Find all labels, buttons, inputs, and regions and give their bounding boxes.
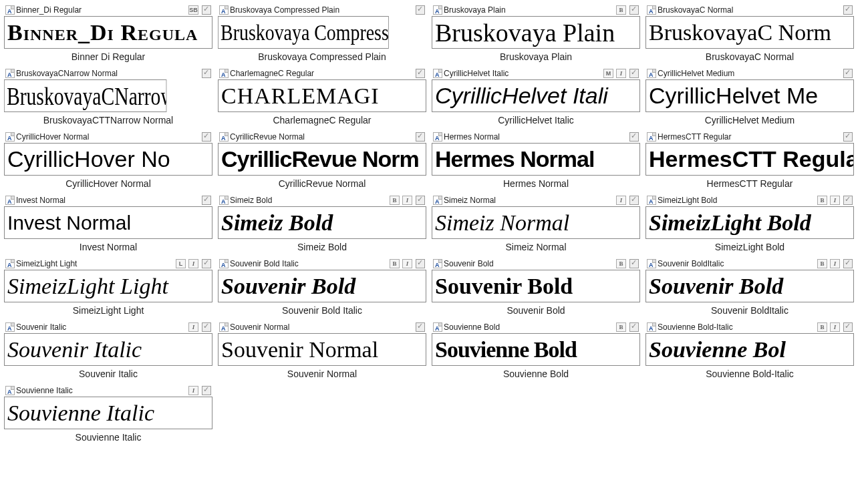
font-checkbox[interactable] (629, 5, 639, 15)
font-title: Souvienne Bold-Italic (658, 322, 815, 332)
font-caption: Souvenir Bold (432, 302, 640, 316)
font-preview[interactable]: BruskovayaC Norm (645, 16, 854, 49)
font-preview[interactable]: Souvienne Bol (645, 333, 854, 366)
font-preview[interactable]: Souvenir Normal (218, 333, 426, 366)
font-preview[interactable]: Simeiz Normal (432, 206, 640, 239)
font-checkbox[interactable] (202, 5, 211, 15)
font-cell[interactable]: Souvenir ItalicISouvenir ItalicSouvenir … (4, 321, 212, 379)
font-cell[interactable]: Bruskovaya PlainBBruskovaya PlainBruskov… (432, 4, 640, 62)
font-preview[interactable]: Invest Normal (4, 206, 212, 239)
font-checkbox[interactable] (843, 259, 853, 268)
font-caption: BruskovayaC Normal (645, 49, 854, 62)
font-checkbox[interactable] (843, 69, 853, 78)
font-cell[interactable]: Souvenir Bold ItalicBISouvenir BoldSouve… (218, 258, 426, 316)
font-cell[interactable]: Simeiz BoldBISimeiz BoldSimeiz Bold (218, 194, 426, 252)
font-header-row: Souvienne BoldB (432, 321, 640, 333)
font-caption: Souvienne Bold-Italic (645, 366, 854, 379)
font-title: BruskovayaC Normal (658, 5, 840, 15)
font-header-row: Simeiz BoldBI (218, 194, 426, 206)
font-preview[interactable]: CHARLEMAGI (218, 79, 426, 112)
font-preview[interactable]: HermesCTT Regular (645, 143, 854, 176)
font-preview[interactable]: BruskovayaCNarrow Norma (4, 79, 166, 112)
font-cell[interactable]: Hermes NormalHermes NormalHermes Normal (432, 131, 640, 189)
font-checkbox[interactable] (629, 322, 639, 332)
font-header-row: BruskovayaCNarrow Normal (4, 67, 212, 79)
font-cell[interactable]: Souvenir NormalSouvenir NormalSouvenir N… (218, 321, 426, 379)
font-title: CyrillicHelvet Italic (444, 69, 601, 78)
font-preview[interactable]: CyrillicHover No (4, 143, 212, 176)
font-file-icon (433, 5, 442, 15)
style-badge: SB (188, 5, 198, 15)
font-checkbox[interactable] (629, 259, 639, 268)
font-checkbox[interactable] (843, 322, 853, 332)
style-badge: B (616, 259, 626, 268)
font-checkbox[interactable] (202, 69, 211, 78)
font-file-icon (433, 69, 442, 78)
font-preview[interactable]: CyrillicHelvet Me (645, 79, 854, 112)
font-checkbox[interactable] (416, 196, 425, 205)
font-cell[interactable]: CyrillicHelvet MediumCyrillicHelvet MeCy… (645, 67, 854, 126)
font-checkbox[interactable] (416, 322, 425, 332)
font-cell[interactable]: BruskovayaC NormalBruskovayaC NormBrusko… (645, 4, 854, 62)
font-cell[interactable]: BruskovayaCNarrow NormalBruskovayaCNarro… (4, 67, 212, 126)
font-checkbox[interactable] (416, 132, 425, 142)
font-preview[interactable]: Souvenir Bold (645, 270, 854, 302)
font-preview[interactable]: Souvenir Italic (4, 333, 212, 366)
font-cell[interactable]: CharlemagneC RegularCHARLEMAGICharlemagn… (218, 67, 426, 126)
font-cell[interactable]: Souvienne ItalicISouvienne ItalicSouvien… (4, 385, 212, 443)
font-file-icon (433, 322, 442, 332)
font-header-row: Binner_Di RegularSB (4, 4, 212, 16)
font-cell[interactable]: Invest NormalInvest NormalInvest Normal (4, 194, 212, 252)
font-cell[interactable]: Souvenir BoldItalicBISouvenir BoldSouven… (645, 258, 854, 316)
font-file-icon (219, 259, 229, 268)
font-cell[interactable]: CyrillicHelvet ItalicMICyrillicHelvet It… (432, 67, 640, 126)
font-header-row: Souvenir BoldB (432, 258, 640, 270)
font-checkbox[interactable] (202, 259, 211, 268)
font-file-icon (5, 386, 15, 395)
font-cell[interactable]: Souvienne BoldBSouvienne BoldSouvienne B… (432, 321, 640, 379)
font-cell[interactable]: SimeizLight BoldBISimeizLight BoldSimeiz… (645, 194, 854, 252)
style-badge: B (616, 5, 626, 15)
font-cell[interactable]: CyrillicRevue NormalCyrillicRevue NormCy… (218, 131, 426, 189)
font-file-icon (433, 132, 442, 142)
font-cell[interactable]: Bruskovaya Compressed PlainBruskovaya Co… (218, 4, 426, 62)
font-preview[interactable]: Bruskovaya Plain (432, 16, 640, 49)
font-preview[interactable]: Simeiz Bold (218, 206, 426, 239)
font-cell[interactable]: Souvenir BoldBSouvenir BoldSouvenir Bold (432, 258, 640, 316)
font-file-icon (5, 259, 15, 268)
font-checkbox[interactable] (843, 5, 853, 15)
font-preview[interactable]: SimeizLight Bold (645, 206, 854, 239)
font-preview[interactable]: Bruskovaya Compressed Pla (218, 16, 389, 49)
font-preview[interactable]: CyrillicHelvet Itali (432, 79, 640, 112)
font-preview[interactable]: Souvenir Bold (432, 270, 640, 302)
font-cell[interactable]: Souvienne Bold-ItalicBISouvienne BolSouv… (645, 321, 854, 379)
font-checkbox[interactable] (843, 132, 853, 142)
font-checkbox[interactable] (629, 69, 639, 78)
font-checkbox[interactable] (202, 322, 211, 332)
font-file-icon (5, 322, 15, 332)
font-cell[interactable]: CyrillicHover NormalCyrillicHover NoCyri… (4, 131, 212, 189)
font-title: Hermes Normal (444, 132, 626, 142)
font-preview[interactable]: Hermes Normal (432, 143, 640, 176)
font-checkbox[interactable] (202, 196, 211, 205)
font-cell[interactable]: SimeizLight LightLISimeizLight LightSime… (4, 258, 212, 316)
font-checkbox[interactable] (416, 5, 425, 15)
font-cell[interactable]: HermesCTT RegularHermesCTT RegularHermes… (645, 131, 854, 189)
font-preview[interactable]: SimeizLight Light (4, 270, 212, 302)
font-checkbox[interactable] (629, 196, 639, 205)
font-cell[interactable]: Binner_Di RegularSBBinner_Di RegulaBinne… (4, 4, 212, 62)
font-checkbox[interactable] (202, 386, 211, 395)
font-title: HermesCTT Regular (658, 132, 840, 142)
font-checkbox[interactable] (629, 132, 639, 142)
font-preview[interactable]: CyrillicRevue Norm (218, 143, 426, 176)
font-cell[interactable]: Simeiz NormalISimeiz NormalSimeiz Normal (432, 194, 640, 252)
font-preview[interactable]: Binner_Di Regula (4, 16, 212, 49)
font-file-icon (647, 196, 656, 205)
font-preview[interactable]: Souvenir Bold (218, 270, 426, 302)
font-checkbox[interactable] (843, 196, 853, 205)
font-checkbox[interactable] (416, 259, 425, 268)
font-preview[interactable]: Souvienne Italic (4, 397, 212, 429)
font-preview[interactable]: Souvienne Bold (432, 333, 640, 366)
font-checkbox[interactable] (416, 69, 425, 78)
font-checkbox[interactable] (202, 132, 211, 142)
